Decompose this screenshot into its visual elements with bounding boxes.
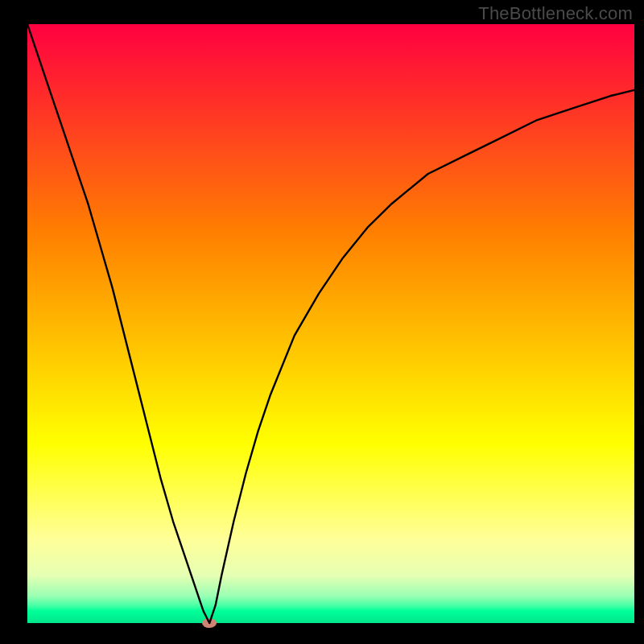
- bottleneck-curve-svg: [0, 0, 644, 644]
- bottleneck-curve-path: [27, 24, 634, 623]
- chart-canvas: TheBottleneck.com: [0, 0, 644, 644]
- attribution-watermark: TheBottleneck.com: [478, 3, 633, 24]
